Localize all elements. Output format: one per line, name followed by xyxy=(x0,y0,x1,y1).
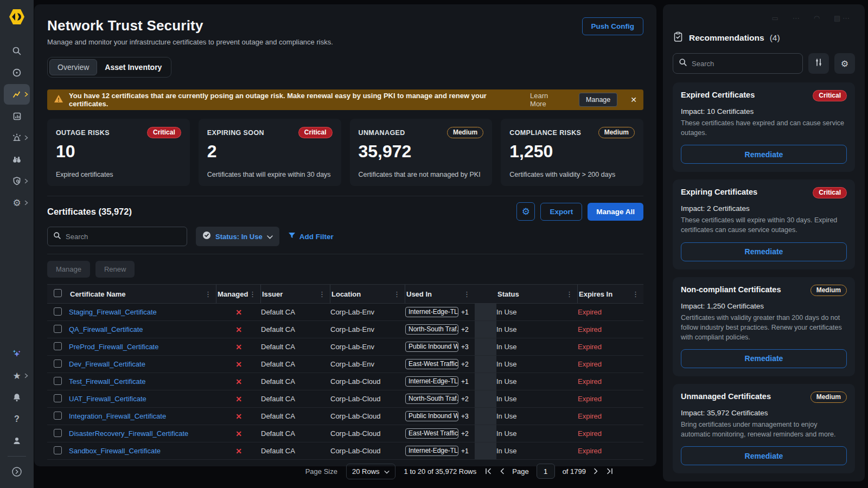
sidebar-item-dashboards[interactable] xyxy=(4,105,30,127)
banner-manage-button[interactable]: Manage xyxy=(579,93,617,107)
certificate-link[interactable]: DisasterRecovery_Firewall_Certificate xyxy=(69,429,188,438)
gear-icon: ⚙ xyxy=(12,198,21,208)
certificate-link[interactable]: Dev_Firewall_Certificate xyxy=(69,360,145,368)
used-in-more[interactable]: +3 xyxy=(461,413,469,420)
column-menu-icon[interactable]: ⋮ xyxy=(318,290,326,298)
add-filter-button[interactable]: Add Filter xyxy=(288,232,334,241)
certificate-link[interactable]: Test_Firewall_Certificate xyxy=(69,377,146,386)
last-page-icon[interactable] xyxy=(606,468,613,474)
column-menu-icon[interactable]: ⋮ xyxy=(249,290,256,298)
certificate-link[interactable]: UAT_Firewall_Certificate xyxy=(69,395,146,403)
used-in-chip[interactable]: Internet-Edge-TLS xyxy=(405,307,458,317)
used-in-chip[interactable]: Internet-Edge-TLS xyxy=(405,376,458,387)
bulk-renew-button[interactable]: Renew xyxy=(95,261,135,278)
remediate-button[interactable]: Remediate xyxy=(681,446,847,465)
column-menu-icon[interactable]: ⋮ xyxy=(205,290,212,298)
used-in-more[interactable]: +1 xyxy=(461,447,469,455)
used-in-chip[interactable]: East-West Traffic... xyxy=(405,359,458,369)
column-menu-icon[interactable]: ⋮ xyxy=(463,290,470,298)
push-config-button[interactable]: Push Config xyxy=(582,17,644,35)
expires-cell: Expired xyxy=(578,412,643,420)
row-checkbox[interactable] xyxy=(54,359,62,368)
not-managed-icon: ✕ xyxy=(216,395,261,403)
issuer-cell: Default CA xyxy=(261,395,330,403)
first-page-icon[interactable] xyxy=(485,468,492,474)
certificate-link[interactable]: PreProd_Firewall_Certificate xyxy=(69,343,158,351)
used-in-chip[interactable]: North-South Traf... xyxy=(405,394,458,404)
sidebar-item-network-trust[interactable] xyxy=(4,84,30,105)
binoculars-icon xyxy=(12,155,22,164)
remediate-button[interactable]: Remediate xyxy=(681,145,847,164)
severity-badge: Critical xyxy=(813,90,847,101)
page-size-value: 20 Rows xyxy=(352,467,380,476)
remediate-button[interactable]: Remediate xyxy=(681,349,847,368)
row-checkbox[interactable] xyxy=(54,307,62,316)
filter-sliders-button[interactable] xyxy=(808,53,829,74)
used-in-more[interactable]: +1 xyxy=(461,378,469,386)
export-button[interactable]: Export xyxy=(540,203,582,221)
used-in-more[interactable]: +2 xyxy=(461,395,469,403)
used-in-more[interactable]: +2 xyxy=(461,326,469,333)
search-input[interactable] xyxy=(692,60,797,68)
sidebar-item-incidents[interactable] xyxy=(4,127,30,149)
page-title: Network Trust Security xyxy=(47,17,643,34)
row-checkbox[interactable] xyxy=(54,429,62,437)
used-in-more[interactable]: +2 xyxy=(461,430,469,438)
certificates-search xyxy=(47,227,187,246)
sidebar-item-scope[interactable] xyxy=(4,62,30,84)
recommendations-settings-button[interactable]: ⚙ xyxy=(834,53,855,74)
column-menu-icon[interactable]: ⋮ xyxy=(566,290,573,298)
sidebar-item-notifications[interactable] xyxy=(4,387,30,408)
tab-group: Overview Asset Inventory xyxy=(47,57,171,78)
search-input[interactable] xyxy=(66,233,181,241)
sidebar-item-copilot[interactable] xyxy=(4,343,30,365)
certificate-link[interactable]: Sandbox_Firewall_Certificate xyxy=(69,447,161,455)
select-all-checkbox[interactable] xyxy=(54,289,62,297)
next-page-icon[interactable] xyxy=(593,468,598,474)
tab-asset-inventory[interactable]: Asset Inventory xyxy=(97,60,169,75)
status-filter-chip[interactable]: Status: In Use xyxy=(196,227,279,246)
chevron-circle-icon xyxy=(11,466,22,477)
table-settings-button[interactable]: ⚙ xyxy=(516,202,535,221)
impact-label: Impact: 10 Certificates xyxy=(681,107,847,115)
row-checkbox[interactable] xyxy=(54,394,62,402)
used-in-chip[interactable]: Internet-Edge-TLS xyxy=(405,446,458,456)
used-in-chip[interactable]: North-South Traf... xyxy=(405,324,458,335)
search-icon xyxy=(679,58,687,69)
learn-more-link[interactable]: Learn More xyxy=(530,92,566,108)
sidebar-item-profile[interactable] xyxy=(4,430,30,452)
manage-all-button[interactable]: Manage All xyxy=(588,203,643,221)
app-sidebar: ⚙ ★ ? xyxy=(0,0,34,488)
row-checkbox[interactable] xyxy=(54,377,62,385)
previous-page-icon[interactable] xyxy=(500,468,505,474)
sidebar-item-discover[interactable] xyxy=(4,149,30,170)
column-menu-icon[interactable]: ⋮ xyxy=(393,290,400,298)
sidebar-item-policy-check[interactable] xyxy=(4,170,30,192)
row-checkbox[interactable] xyxy=(54,325,62,333)
bulk-manage-button[interactable]: Manage xyxy=(47,261,90,278)
tab-overview[interactable]: Overview xyxy=(49,59,97,75)
used-in-more[interactable]: +2 xyxy=(461,361,469,368)
page-size-select[interactable]: 20 Rows xyxy=(346,464,395,479)
sidebar-item-favorites[interactable]: ★ xyxy=(4,365,30,387)
certificate-link[interactable]: Integration_Firewall_Certificate xyxy=(69,412,166,420)
page-number-input[interactable] xyxy=(537,464,555,479)
sidebar-collapse-button[interactable] xyxy=(4,461,30,483)
sidebar-item-settings[interactable]: ⚙ xyxy=(4,192,30,214)
column-menu-icon[interactable]: ⋮ xyxy=(632,290,639,298)
row-checkbox[interactable] xyxy=(54,412,62,420)
used-in-more[interactable]: +1 xyxy=(461,309,469,316)
used-in-chip[interactable]: Public Inbound W... xyxy=(405,411,458,421)
certificate-link[interactable]: QA_Firewall_Certificate xyxy=(69,325,143,333)
close-icon[interactable]: ✕ xyxy=(630,95,637,104)
stat-description: Certificates that will expire within 30 … xyxy=(207,171,333,178)
used-in-more[interactable]: +3 xyxy=(461,343,469,351)
remediate-button[interactable]: Remediate xyxy=(681,242,847,261)
used-in-chip[interactable]: Public Inbound W... xyxy=(405,342,458,352)
row-checkbox[interactable] xyxy=(54,342,62,350)
row-checkbox[interactable] xyxy=(54,446,62,454)
sidebar-item-help[interactable]: ? xyxy=(4,408,30,430)
sidebar-item-search[interactable] xyxy=(4,40,30,62)
certificate-link[interactable]: Staging_Firewall_Certificate xyxy=(69,308,157,316)
used-in-chip[interactable]: East-West Traffic... xyxy=(405,428,458,439)
